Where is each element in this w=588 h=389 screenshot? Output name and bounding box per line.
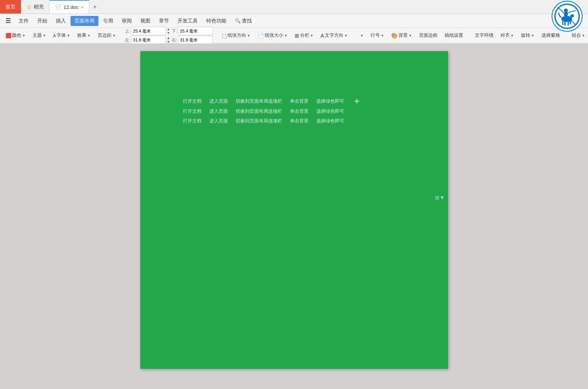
text-env-btn[interactable]: 文字环绕	[472, 31, 496, 40]
document-page[interactable]: 打开文档 进入页面 切换到页面布局选项栏 单击背景 选择绿色即可 ✛ 打开文档 …	[140, 51, 448, 369]
step-3-1: 打开文档	[183, 118, 202, 124]
svg-point-8	[564, 9, 568, 12]
step-3-3: 切换到页面布局选项栏	[236, 118, 282, 124]
menu-pagelayout[interactable]: 页面布局	[71, 16, 98, 26]
corner-action-icon[interactable]: ⊞▼	[435, 194, 445, 201]
page-direction-btn[interactable]: ⬚ 纸张方向 ▼	[219, 31, 253, 40]
tab-chengke-label: 稻壳	[34, 3, 44, 10]
svg-rect-4	[564, 22, 566, 26]
watermark-btn[interactable]: 稿纸设置	[442, 31, 466, 40]
step-1-3: 切换到页面布局选项栏	[236, 98, 282, 105]
pageborder-btn[interactable]: 页边距 ▼	[95, 31, 119, 40]
page-instructions: 打开文档 进入页面 切换到页面布局选项栏 单击背景 选择绿色即可 ✛ 打开文档 …	[183, 98, 359, 124]
step-2-1: 打开文档	[183, 108, 202, 115]
menu-insert[interactable]: 插入	[52, 16, 70, 26]
instruction-row-1: 打开文档 进入页面 切换到页面布局选项栏 单击背景 选择绿色即可 ✛	[183, 98, 359, 105]
step-1-1: 打开文档	[183, 98, 202, 105]
text-direction-btn[interactable]: A 文字方向 ▼	[318, 31, 350, 40]
menu-chapter[interactable]: 章节	[155, 16, 173, 26]
tab-chengke[interactable]: ⊙ 稻壳	[21, 0, 50, 14]
tab-doc[interactable]: 📄 12.doc ●	[50, 0, 89, 14]
step-2-2: 进入页面	[209, 108, 228, 115]
step-3-4: 单击背景	[290, 118, 309, 124]
tab-home-label: 首页	[5, 3, 16, 10]
margin-left-input[interactable]	[131, 36, 166, 44]
menu-start[interactable]: 开始	[33, 16, 51, 26]
color-btn[interactable]: 颜色 ▼	[3, 31, 28, 40]
tab-add[interactable]: +	[89, 0, 100, 14]
wps-logo	[552, 1, 583, 32]
group-btn[interactable]: 组合 ▼	[569, 31, 588, 40]
menu-special[interactable]: 特色功能	[202, 16, 230, 26]
menu-devtools[interactable]: 开发工具	[174, 16, 202, 26]
tab-home[interactable]: 首页	[0, 0, 21, 14]
document-area: 打开文档 进入页面 切换到页面布局选项栏 单击背景 选择绿色即可 ✛ 打开文档 …	[0, 43, 588, 374]
step-3-2: 进入页面	[209, 118, 228, 124]
menu-find[interactable]: 🔍 查找	[231, 16, 256, 26]
page-border-btn[interactable]: 页面边框	[416, 31, 440, 40]
menu-file[interactable]: 文件	[15, 16, 33, 26]
theme-btn[interactable]: 主题 ▼	[30, 31, 49, 40]
instruction-row-2: 打开文档 进入页面 切换到页面布局选项栏 单击背景 选择绿色即可	[183, 108, 359, 115]
instruction-row-3: 打开文档 进入页面 切换到页面布局选项栏 单击背景 选择绿色即可	[183, 118, 359, 124]
margin-bottom-group: 下:	[172, 27, 213, 35]
tab-doc-label: 12.doc	[64, 4, 79, 10]
step-1-5: 选择绿色即可	[316, 98, 344, 105]
background-btn[interactable]: 🎨 背景 ▼	[388, 31, 415, 40]
title-bar: 首页 ⊙ 稻壳 📄 12.doc ● +	[0, 0, 588, 14]
step-2-4: 单击背景	[290, 108, 309, 115]
font-btn[interactable]: A 字体 ▼	[50, 31, 73, 40]
select-canvas-btn[interactable]: 选择窗格	[539, 31, 563, 40]
menu-review[interactable]: 审阅	[118, 16, 136, 26]
line-num-btn[interactable]: 行号 ▼	[368, 31, 387, 40]
menu-bar: ☰ 文件 开始 插入 页面布局 引用 审阅 视图 章节 开发工具 特色功能 🔍 …	[0, 14, 588, 28]
columns-btn[interactable]: ⊞ 分栏 ▼	[292, 31, 316, 40]
rotate-btn[interactable]: 旋转 ▼	[518, 31, 537, 40]
margin-right-input[interactable]	[178, 36, 213, 44]
margin-bottom-input[interactable]	[178, 27, 213, 35]
step-2-3: 切换到页面布局选项栏	[236, 108, 282, 115]
align-btn[interactable]: 对齐 ▼	[498, 31, 517, 40]
margin-top-group: 上: ▲▼	[125, 27, 170, 35]
step-1-2: 进入页面	[209, 98, 228, 105]
margin-top-input[interactable]	[131, 27, 166, 35]
effect-btn[interactable]: 效果 ▼	[74, 31, 93, 40]
margin-right-group: 右:	[172, 36, 213, 44]
step-1-4: 单击背景	[290, 98, 309, 105]
step-3-5: 选择绿色即可	[316, 118, 344, 124]
menu-hamburger-icon[interactable]: ☰	[2, 15, 14, 26]
toolbar1: 颜色 ▼ 主题 ▼ A 字体 ▼ 效果 ▼ 页边距 ▼ 上: ▲▼ 左: ▲▼ …	[0, 28, 588, 43]
step-2-5: 选择绿色即可	[316, 108, 344, 115]
move-cursor-icon: ✛	[354, 98, 359, 105]
separator-btn[interactable]: ▼	[357, 33, 366, 39]
menu-view[interactable]: 视图	[136, 16, 154, 26]
page-size-btn[interactable]: 📄 纸张大小 ▼	[255, 31, 290, 40]
margin-left-group: 左: ▲▼	[125, 36, 170, 44]
menu-reference[interactable]: 引用	[99, 16, 117, 26]
